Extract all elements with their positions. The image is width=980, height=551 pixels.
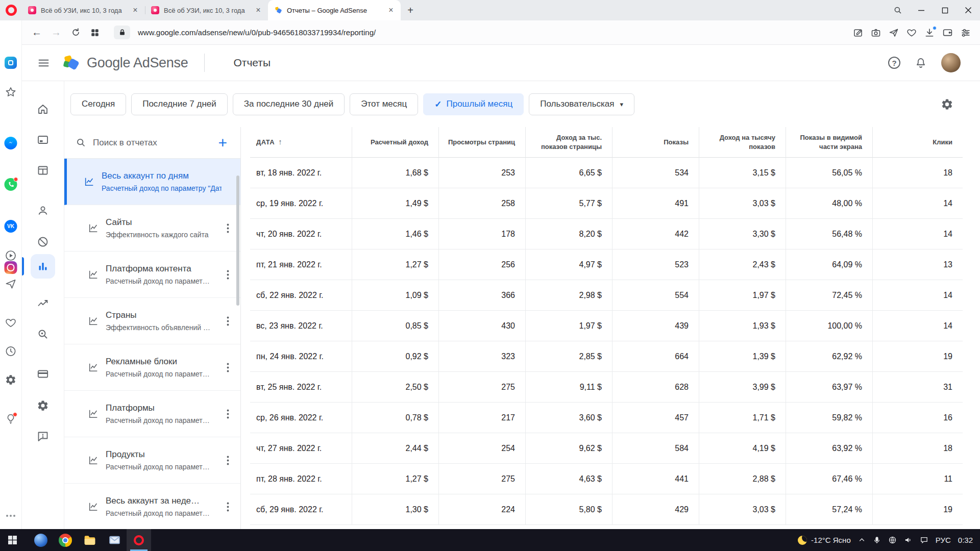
column-header-estimated-earnings[interactable]: Расчетный доход [352,127,438,158]
tray-notifications-icon[interactable] [920,536,928,544]
column-header-active-view[interactable]: Показы в видимой части экрана [786,127,872,158]
report-item-content-platform[interactable]: Платформа контента Расчетный доход по па… [64,252,240,298]
kebab-menu-icon[interactable] [227,223,229,233]
report-item-whole-account-by-day[interactable]: Весь аккаунт по дням Расчетный доход по … [64,159,240,205]
filter-chip-last-7-days[interactable]: Последние 7 дней [131,93,228,115]
nav-optimization-icon[interactable] [37,297,49,310]
taskbar-app-chrome-icon[interactable] [53,529,78,551]
browser-tab-active[interactable]: Отчеты – Google AdSense × [268,0,401,20]
whatsapp-icon[interactable] [5,178,17,191]
nav-payments-icon[interactable] [37,368,49,380]
new-tab-button[interactable]: + [401,0,420,20]
report-item-platforms[interactable]: Платформы Расчетный доход по парамет… [64,391,240,437]
filter-chip-custom[interactable]: Пользовательская ▾ [529,93,634,115]
report-item-whole-account-by-week[interactable]: Весь аккаунт за неде… Расчетный доход по… [64,484,240,529]
tips-bulb-icon[interactable] [5,413,16,424]
snapshot-edit-icon[interactable] [853,28,863,38]
camera-icon[interactable] [871,28,881,38]
nav-reports-icon[interactable] [37,260,49,272]
taskbar-app-explorer-icon[interactable] [78,529,102,551]
taskbar-app-opera-icon[interactable] [127,529,151,551]
bookmark-heart-icon[interactable] [906,28,917,38]
nav-feedback-icon[interactable] [37,430,49,442]
kebab-menu-icon[interactable] [227,270,229,280]
add-report-button[interactable]: + [218,135,227,151]
taskbar-app-cortana-icon[interactable] [29,529,53,551]
nav-settings-icon[interactable] [37,399,49,412]
filter-chip-last-month-selected[interactable]: ✓ Прошлый месяц [423,93,524,115]
back-button[interactable]: ← [28,24,45,41]
tab-close-icon[interactable]: × [386,6,396,15]
speed-dial-icon[interactable] [86,24,104,41]
site-security-badge[interactable] [114,26,130,39]
nav-blocking-icon[interactable] [37,236,49,248]
browser-tab-2[interactable]: Всё об УЗИ, икс 10, 3 года × [145,0,268,20]
send-to-flow-icon[interactable] [889,28,899,38]
kebab-menu-icon[interactable] [227,456,229,465]
favorites-heart-icon[interactable] [5,317,17,329]
maximize-button[interactable] [933,0,957,20]
tray-volume-icon[interactable] [904,536,913,544]
history-clock-icon[interactable] [5,345,17,357]
keyboard-language[interactable]: РУС [936,536,951,544]
my-flow-icon[interactable] [5,278,17,290]
panel-scrollbar[interactable] [236,176,239,306]
sidebar-settings-sliders-icon[interactable] [961,28,971,38]
tab-search-icon[interactable] [886,0,910,20]
nav-explore-icon[interactable] [37,328,49,340]
report-item-products[interactable]: Продукты Расчетный доход по парамет… [64,437,240,484]
column-header-page-views[interactable]: Просмотры страниц [438,127,525,158]
account-avatar[interactable] [941,53,961,72]
kebab-menu-icon[interactable] [227,409,229,419]
opera-menu-button[interactable] [0,0,22,20]
close-window-button[interactable] [957,0,980,20]
vk-icon[interactable]: VK [5,220,17,233]
sidebar-more-icon[interactable] [6,514,16,517]
address-bar[interactable]: www.google.com/adsense/new/u/0/pub-94656… [138,28,851,37]
messenger-icon[interactable] [5,137,17,149]
filter-chip-today[interactable]: Сегодня [70,93,126,115]
report-settings-gear-icon[interactable] [941,98,953,111]
reports-search-input[interactable] [93,138,211,148]
report-item-countries[interactable]: Страны Эффективность объявлений … [64,298,240,344]
downloads-icon[interactable] [924,28,935,38]
nav-sites-icon[interactable] [37,164,49,177]
settings-gear-icon[interactable] [5,374,17,386]
cell-date: ср, 26 янв. 2022 г. [250,403,352,433]
workspace-icon[interactable] [5,57,17,69]
instagram-icon[interactable] [5,261,17,274]
browser-tab-1[interactable]: Всё об УЗИ, икс 10, 3 года × [22,0,145,20]
notifications-bell-icon[interactable] [915,57,927,69]
wallet-icon[interactable] [942,27,953,38]
column-header-date[interactable]: ДАТА ↑ [250,127,352,158]
tab-close-icon[interactable]: × [131,6,140,15]
filter-chip-last-30-days[interactable]: За последние 30 дней [233,93,345,115]
player-icon[interactable] [5,249,17,262]
pinboard-star-icon[interactable] [5,86,17,98]
help-icon[interactable]: ? [888,57,900,69]
column-header-clicks[interactable]: Клики [872,127,963,158]
tab-close-icon[interactable]: × [254,6,263,15]
nav-account-icon[interactable] [37,205,49,217]
reload-button[interactable] [67,24,84,41]
start-button[interactable] [0,529,24,551]
tray-expand-chevron-icon[interactable] [858,536,866,544]
tray-mic-icon[interactable] [873,536,881,544]
column-header-impressions[interactable]: Показы [612,127,699,158]
minimize-button[interactable] [910,0,933,20]
report-item-ad-units[interactable]: Рекламные блоки Расчетный доход по парам… [64,344,240,391]
column-header-page-rpm[interactable]: Доход за тыс. показов страницы [525,127,612,158]
kebab-menu-icon[interactable] [227,316,229,326]
filter-chip-this-month[interactable]: Этот месяц [350,93,418,115]
report-item-sites[interactable]: Сайты Эффективность каждого сайта [64,205,240,252]
kebab-menu-icon[interactable] [227,363,229,372]
tray-network-icon[interactable] [888,536,897,544]
weather-widget[interactable]: -12°C Ясно [798,536,851,545]
clock[interactable]: 0:32 [958,536,973,544]
nav-home-icon[interactable] [37,103,49,115]
kebab-menu-icon[interactable] [227,502,229,512]
hamburger-menu-icon[interactable] [37,57,50,69]
column-header-impression-rpm[interactable]: Доход на тысячу показов [699,127,786,158]
nav-ads-icon[interactable] [37,134,49,146]
taskbar-app-mail-icon[interactable] [102,529,127,551]
